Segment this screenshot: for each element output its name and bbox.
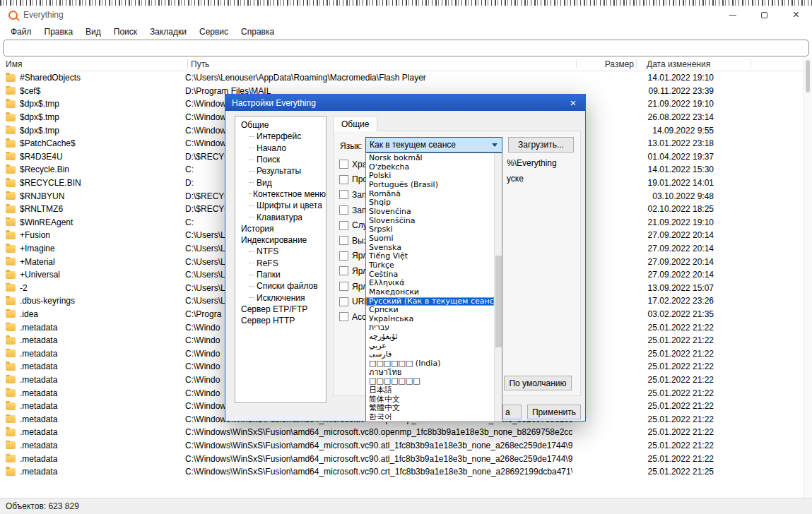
menu-item[interactable]: Закладки [143, 25, 193, 39]
column-divider[interactable] [576, 59, 577, 68]
close-button[interactable]: × [780, 6, 812, 24]
menu-item[interactable]: Поиск [107, 25, 143, 39]
tree-item[interactable]: Сервер HTTP [235, 315, 326, 326]
checkbox[interactable] [339, 160, 348, 169]
checkbox[interactable] [339, 236, 348, 245]
menu-item[interactable]: Справка [235, 25, 281, 39]
tab-general[interactable]: Общие [333, 116, 377, 131]
tree-item[interactable]: История [235, 223, 326, 234]
language-option[interactable]: Slovenčina [366, 208, 494, 217]
language-option[interactable]: Shqip [366, 198, 494, 208]
tree-item[interactable]: Шрифты и цвета [235, 200, 326, 211]
column-header-path[interactable]: Путь [191, 57, 209, 71]
language-option[interactable]: Македонски [366, 288, 494, 297]
tree-item[interactable]: NTFS [235, 246, 326, 257]
menu-item[interactable]: Вид [79, 25, 107, 39]
language-option[interactable]: ภาษาไทย [366, 369, 494, 378]
language-option[interactable]: Čeština [366, 270, 494, 280]
file-name: $Recycle.Bin [20, 165, 69, 174]
checkbox[interactable] [339, 221, 348, 230]
language-option[interactable]: 简体中文 [366, 395, 494, 405]
column-header-size[interactable]: Размер [578, 57, 634, 71]
scrollbar-thumb[interactable] [806, 60, 810, 92]
load-language-button[interactable]: Загрузить... [508, 137, 574, 153]
column-divider[interactable] [187, 59, 188, 68]
language-option[interactable]: فارسی [366, 350, 494, 359]
folder-icon [6, 140, 16, 148]
language-option[interactable]: □□□□□□□ [366, 377, 494, 386]
tree-item[interactable]: Клавиатура [235, 211, 326, 222]
apply-button[interactable]: Применить [527, 405, 581, 419]
default-button[interactable]: По умолчанию [504, 376, 572, 390]
column-divider[interactable] [751, 59, 751, 68]
language-option[interactable]: Norsk bokmål [366, 154, 494, 163]
language-option[interactable]: Português (Brasil) [366, 181, 494, 190]
tree-item[interactable]: Общие [235, 119, 326, 131]
menu-item[interactable]: Сервис [193, 25, 235, 39]
language-option[interactable]: 繁體中文 [366, 404, 494, 413]
language-option[interactable]: Română [366, 190, 494, 199]
dropdown-scrollbar[interactable] [494, 153, 502, 422]
language-option[interactable]: Suomi [366, 234, 494, 244]
checkbox[interactable] [339, 205, 348, 215]
language-option[interactable]: Tiếng Việt [366, 252, 494, 261]
checkbox[interactable] [339, 175, 348, 184]
tree-item[interactable]: Сервер ETP/FTP [235, 304, 326, 315]
tree-item[interactable]: ReFS [235, 258, 326, 269]
tree-item[interactable]: Результаты [235, 165, 326, 177]
cell-date: 25.01.2022 21:22 [630, 401, 803, 411]
dialog-close-button[interactable]: × [561, 95, 585, 111]
table-row[interactable]: .metadataC:\Windows\WinSxS\Fusion\amd64_… [0, 465, 803, 479]
checkbox[interactable] [339, 312, 348, 321]
language-option[interactable]: □□□□□□ (India) [366, 359, 494, 369]
language-option[interactable]: Srpski [366, 225, 494, 234]
tree-item[interactable]: Поиск [235, 154, 326, 165]
checkbox[interactable] [339, 251, 348, 261]
tree-item[interactable]: Интерфейс [235, 131, 326, 142]
maximize-button[interactable] [748, 6, 780, 24]
column-divider[interactable] [636, 59, 637, 68]
minimize-button[interactable] [717, 6, 748, 24]
tree-item[interactable]: Вид [235, 177, 326, 188]
tree-item[interactable]: Исключения [235, 292, 326, 303]
search-input[interactable] [3, 40, 809, 56]
language-option[interactable]: Українська [366, 315, 494, 324]
tree-item[interactable]: Начало [235, 143, 326, 154]
table-row[interactable]: #SharedObjectsC:\Users\Lenouser\AppData\… [0, 71, 803, 85]
column-header-date[interactable]: Дата изменения [647, 57, 710, 71]
tree-item[interactable]: Индексирование [235, 234, 326, 246]
language-option[interactable]: ئۇيغۇرچە [366, 333, 494, 342]
language-option[interactable]: עברית [366, 323, 494, 333]
checkbox[interactable] [339, 266, 348, 275]
language-option[interactable]: عربي [366, 342, 494, 351]
language-option[interactable]: Српски [366, 306, 494, 315]
checkbox[interactable] [339, 282, 348, 291]
language-option[interactable]: Slovenščina [366, 217, 494, 226]
column-header-name[interactable]: Имя [6, 57, 22, 71]
language-option[interactable]: 日本語 [366, 386, 494, 395]
cancel-button-fragment[interactable]: а [502, 405, 522, 419]
file-name: $PatchCache$ [20, 138, 76, 148]
language-option[interactable]: O'zbekcha [366, 163, 494, 172]
language-combobox[interactable]: Как в текущем сеансе [365, 137, 502, 153]
tree-item[interactable]: Папки [235, 269, 326, 280]
checkbox[interactable] [339, 190, 348, 199]
vertical-scrollbar[interactable] [803, 57, 812, 498]
language-option-selected[interactable]: Русский (Как в текущем сеансе) [366, 297, 494, 306]
language-option[interactable]: Polski [366, 172, 494, 181]
checkbox[interactable] [339, 297, 348, 306]
tree-item[interactable]: Контекстное меню [235, 189, 326, 200]
table-row[interactable]: .metadataC:\Windows\WinSxS\Fusion\amd64_… [0, 426, 803, 439]
window-title: Everything [23, 10, 64, 20]
language-option[interactable]: 한국어 [366, 413, 494, 421]
tree-item[interactable]: Списки файлов [235, 280, 326, 292]
table-row[interactable]: .metadataC:\Windows\WinSxS\Fusion\amd64_… [0, 439, 803, 453]
dropdown-scrollbar-thumb[interactable] [495, 256, 502, 347]
screen-artifact-strip [0, 0, 812, 6]
language-option[interactable]: Türkçe [366, 261, 494, 270]
table-row[interactable]: .metadataC:\Windows\WinSxS\Fusion\amd64_… [0, 452, 803, 465]
menu-item[interactable]: Правка [38, 25, 80, 39]
language-option[interactable]: Svenska [366, 244, 494, 253]
language-option[interactable]: Ελληνικά [366, 279, 494, 288]
menu-item[interactable]: Файл [4, 25, 38, 39]
